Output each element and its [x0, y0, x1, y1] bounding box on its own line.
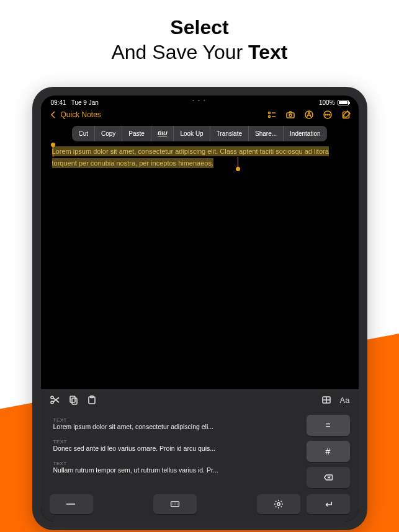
svg-point-9: [329, 114, 330, 115]
key-backspace[interactable]: [307, 467, 350, 488]
table-icon[interactable]: [321, 395, 331, 405]
kb-body: TEXT Lorem ipsum dolor sit amet, consect…: [41, 410, 359, 490]
key-equals[interactable]: =: [307, 415, 350, 436]
key-tab[interactable]: [50, 494, 93, 514]
snippets-list: TEXT Lorem ipsum dolor sit amet, consect…: [50, 415, 300, 488]
note-editor[interactable]: Cut Copy Paste BIU Look Up Translate Sha…: [41, 126, 359, 389]
cm-lookup[interactable]: Look Up: [174, 126, 210, 141]
svg-point-7: [325, 114, 326, 115]
context-menu: Cut Copy Paste BIU Look Up Translate Sha…: [72, 126, 326, 141]
keyboard-panel: Aa TEXT Lorem ipsum dolor sit amet, cons…: [41, 389, 359, 521]
svg-point-8: [327, 114, 328, 115]
cm-format[interactable]: BIU: [151, 126, 174, 141]
svg-point-11: [51, 396, 53, 399]
key-settings[interactable]: [257, 494, 300, 514]
selection-handle-end[interactable]: [236, 167, 240, 171]
selection[interactable]: Lorem ipsum dolor sit amet, consectetur …: [52, 145, 347, 169]
snippet-item[interactable]: TEXT Lorem ipsum dolor sit amet, consect…: [50, 415, 300, 433]
side-keys: = #: [307, 415, 350, 488]
battery-icon: [338, 100, 349, 105]
snippet-label: TEXT: [53, 417, 297, 423]
status-right: 100%: [316, 99, 349, 106]
hero: Select And Save Your Text: [0, 0, 399, 64]
cm-translate[interactable]: Translate: [210, 126, 249, 141]
snippet-label: TEXT: [53, 461, 297, 466]
kb-bottom-row: [41, 490, 359, 521]
tablet-frame: • • • 09:41 Tue 9 Jan 100% Quick Notes: [32, 87, 367, 530]
snippet-text: Nullam rutrum tempor sem, ut rutrum tell…: [53, 466, 297, 474]
cm-share[interactable]: Share...: [249, 126, 284, 141]
snippet-item[interactable]: TEXT Nullam rutrum tempor sem, ut rutrum…: [50, 458, 300, 476]
compose-icon[interactable]: [341, 110, 351, 120]
scissors-icon[interactable]: [50, 395, 60, 405]
snippet-text: Lorem ipsum dolor sit amet, consectetur …: [53, 423, 297, 430]
more-icon[interactable]: [323, 110, 333, 120]
notch-dots: • • •: [192, 97, 207, 103]
screen: • • • 09:41 Tue 9 Jan 100% Quick Notes: [41, 95, 359, 521]
appbar-actions: [267, 110, 351, 120]
snippet-item[interactable]: TEXT Donec sed ante id leo varius ornare…: [50, 437, 300, 454]
status-date: Tue 9 Jan: [71, 99, 99, 106]
battery-pct: 100%: [319, 99, 335, 106]
cm-copy[interactable]: Copy: [95, 126, 122, 141]
hero-line1: Select: [0, 15, 399, 40]
svg-point-2: [268, 116, 270, 118]
cm-cut[interactable]: Cut: [72, 126, 95, 141]
key-return[interactable]: [307, 494, 350, 514]
checklist-icon[interactable]: [267, 110, 277, 120]
svg-rect-14: [72, 398, 77, 404]
back-button[interactable]: Quick Notes: [48, 110, 101, 120]
markup-icon[interactable]: [304, 110, 314, 120]
cm-paste[interactable]: Paste: [122, 126, 151, 141]
key-keyboard[interactable]: [153, 494, 197, 514]
kb-toolbar: Aa: [41, 390, 359, 410]
selection-handle-start[interactable]: [51, 143, 55, 147]
camera-icon[interactable]: [285, 110, 295, 120]
app-bar: Quick Notes: [41, 106, 359, 126]
text-format-button[interactable]: Aa: [340, 396, 350, 405]
back-label: Quick Notes: [61, 110, 101, 119]
svg-rect-13: [70, 396, 75, 402]
selected-text[interactable]: Lorem ipsum dolor sit amet, consectetur …: [52, 146, 329, 168]
clipboard-paste-icon[interactable]: [87, 395, 97, 405]
status-time: 09:41: [51, 99, 66, 106]
snippet-text: Donec sed ante id leo varius ornare. Pro…: [53, 445, 297, 452]
snippet-label: TEXT: [53, 439, 297, 445]
svg-rect-18: [171, 502, 179, 507]
key-hash[interactable]: #: [307, 441, 350, 462]
svg-point-19: [277, 503, 279, 505]
chevron-left-icon: [48, 110, 58, 120]
status-left: 09:41 Tue 9 Jan: [51, 99, 99, 106]
svg-rect-3: [287, 113, 294, 118]
hero-line2: And Save Your Text: [0, 40, 399, 64]
svg-point-1: [268, 112, 270, 114]
svg-point-4: [289, 114, 292, 117]
clipboard-copy-icon[interactable]: [68, 395, 78, 405]
svg-point-12: [51, 401, 53, 404]
cm-indentation[interactable]: Indentation: [284, 126, 327, 141]
